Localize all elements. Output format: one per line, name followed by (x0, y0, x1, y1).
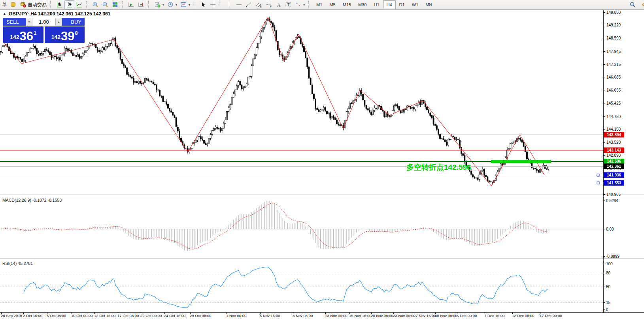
partial-icon (639, 2, 644, 8)
dropdown-caret-icon: ▾ (176, 3, 177, 7)
timeframe-w1-button[interactable]: W1 (408, 0, 422, 9)
tile-icon (112, 2, 119, 8)
newchart-icon (154, 2, 161, 8)
svg-text:8 Nov 08:00: 8 Nov 08:00 (293, 313, 313, 318)
tile-windows-button[interactable] (110, 0, 120, 9)
horizontal-line-button[interactable] (234, 0, 244, 9)
volume-decrease-icon[interactable]: ▼ (26, 18, 32, 26)
current-price-label[interactable]: 142.361 (604, 163, 624, 169)
timeframe-m1-button[interactable]: M1 (313, 0, 326, 9)
svg-text:28 Sep 2018: 28 Sep 2018 (1, 313, 22, 318)
timeframe-h1-button[interactable]: H1 (370, 0, 383, 9)
zoomin-icon (92, 2, 99, 8)
text-button[interactable]: A (274, 0, 283, 9)
svg-text:-0.8899: -0.8899 (606, 254, 619, 259)
svg-text:22 Oct 00:00: 22 Oct 00:00 (140, 313, 162, 318)
dropdown-caret-icon: ▾ (189, 3, 190, 7)
support-zone-bar[interactable] (491, 160, 551, 163)
svg-text:50: 50 (606, 285, 611, 289)
templates-button[interactable]: ▾ (179, 0, 192, 9)
timeframe-mn-button[interactable]: MN (422, 0, 436, 9)
svg-text:1 Nov 00:00: 1 Nov 00:00 (226, 313, 246, 318)
price-level-label-141.553[interactable]: 141.553 (604, 180, 624, 186)
line-chart-button[interactable] (74, 0, 84, 9)
autotrading-button[interactable]: 自动交易 (18, 0, 48, 9)
bar-chart-button[interactable] (55, 0, 64, 9)
new-order-button[interactable]: 单 (0, 0, 8, 9)
timeframe-d1-button[interactable]: D1 (396, 0, 408, 9)
price-level-label-142.596[interactable]: 142.596 (604, 159, 624, 164)
trendline-button[interactable] (244, 0, 254, 9)
buy-price-prefix: 142 (51, 34, 60, 40)
volume-input[interactable] (32, 18, 55, 26)
auto-scroll-button[interactable] (127, 0, 136, 9)
zoom-out-button[interactable] (100, 0, 110, 9)
svg-text:144.780: 144.780 (606, 114, 621, 119)
search-icon (629, 2, 636, 8)
zoom-in-button[interactable] (91, 0, 100, 9)
line-drag-handle[interactable] (597, 182, 599, 184)
price-level-label-141.936[interactable]: 141.936 (604, 172, 624, 178)
svg-text:5 Dec 00:00: 5 Dec 00:00 (457, 313, 477, 318)
collapse-panel-icon[interactable]: ▲ (3, 12, 6, 16)
mt4-terminal-window: 单自动交易▾▾▾EFAT▾M1M5M15M30H1H4D1W1MN 149.85… (0, 0, 644, 319)
svg-text:146.055: 146.055 (606, 88, 621, 92)
svg-text:T: T (287, 2, 290, 7)
toolbar-separator (308, 1, 311, 8)
svg-text:145.425: 145.425 (606, 101, 621, 105)
arrows-icon (295, 2, 302, 8)
hline-icon (236, 2, 242, 8)
cursor-button[interactable] (198, 0, 208, 9)
vertical-line-button[interactable] (224, 0, 234, 9)
price-level-label-143.143[interactable]: 143.143 (604, 147, 624, 153)
chart-shift-button[interactable] (136, 0, 146, 9)
buy-price-big: 39 (61, 30, 74, 42)
svg-text:146.685: 146.685 (606, 75, 621, 79)
toolbar-separator (194, 1, 196, 8)
crosshair-button[interactable] (208, 0, 218, 9)
svg-text:10 Oct 00:00: 10 Oct 00:00 (71, 313, 93, 318)
volume-increase-icon[interactable]: ▲ (55, 18, 62, 26)
timeframe-m15-button[interactable]: M15 (339, 0, 355, 9)
svg-text:A: A (277, 2, 281, 8)
chart-canvas[interactable]: 149.850149.220148.590147.945147.315146.6… (0, 0, 644, 319)
linechart-icon (76, 2, 83, 8)
arrows-button[interactable]: ▾ (293, 0, 306, 9)
price-level-label-143.894[interactable]: 143.894 (604, 132, 624, 137)
dropdown-caret-icon: ▾ (162, 3, 164, 7)
toolbar-separator (220, 1, 223, 8)
toolbar-separator (148, 1, 151, 8)
timeframe-m30-button[interactable]: M30 (355, 0, 370, 9)
toolbar-overflow-button[interactable] (638, 0, 644, 9)
search-button[interactable] (628, 0, 638, 9)
market-watch-icon-button[interactable] (8, 0, 18, 9)
line-drag-handle[interactable] (597, 174, 599, 176)
new-chart-button[interactable]: ▾ (153, 0, 166, 9)
textA-icon: A (275, 2, 282, 8)
pivot-annotation-text: 多空转折点142.596 (406, 162, 471, 173)
toolbar-separator (86, 1, 89, 8)
svg-text:5 Nov 16:00: 5 Nov 16:00 (260, 313, 280, 318)
svg-text:149.850: 149.850 (606, 10, 621, 15)
text-label-button[interactable]: T (283, 0, 293, 9)
svg-text:F: F (270, 5, 272, 8)
svg-text:144.150: 144.150 (606, 127, 621, 131)
crosshair-icon (210, 2, 216, 8)
svg-text:0.9264: 0.9264 (606, 199, 618, 203)
profiles-button[interactable]: ▾ (166, 0, 179, 9)
timeframe-h4-button[interactable]: H4 (383, 0, 396, 9)
fibonacci-button[interactable]: F (264, 0, 274, 9)
svg-text:23 Nov 00:00: 23 Nov 00:00 (393, 313, 415, 318)
timeframe-m5-button[interactable]: M5 (326, 0, 339, 9)
candlestick-chart-button[interactable] (64, 0, 74, 9)
buy-price-sup: 8 (75, 30, 78, 36)
rsi-indicator-label: RSI(14) 45.2781 (2, 261, 33, 266)
svg-text:27 Nov 16:00: 27 Nov 16:00 (414, 313, 436, 318)
autoscroll-icon (128, 2, 135, 8)
equidistant-channel-button[interactable]: E (254, 0, 264, 9)
dropdown-caret-icon: ▾ (303, 3, 305, 7)
svg-text:E: E (260, 5, 262, 8)
svg-text:13 Nov 00:00: 13 Nov 00:00 (325, 313, 347, 318)
svg-text:142.890: 142.890 (606, 153, 621, 158)
fibo-icon: F (265, 2, 272, 8)
